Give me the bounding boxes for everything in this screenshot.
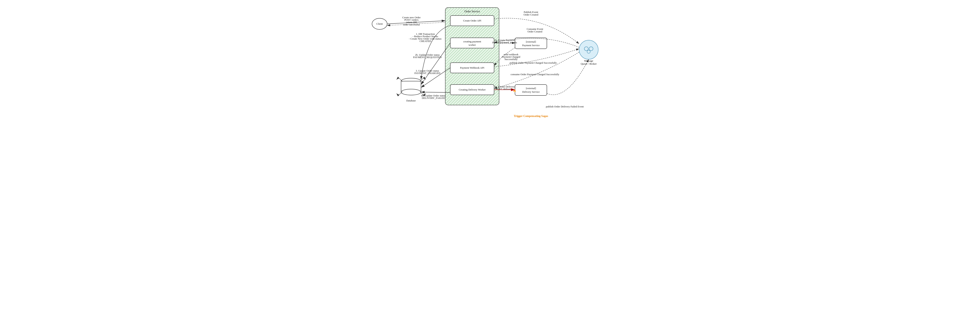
publish-event-label2: Order Created	[523, 13, 538, 16]
payment-webhook-label: Payment Webhook API	[460, 66, 484, 69]
payment-worker-label2: worker	[468, 43, 476, 46]
db-bottom	[401, 89, 421, 95]
database-label: Database	[406, 99, 416, 102]
update-payment-label2: PAYMENT_REQUESTED	[413, 56, 442, 59]
payment-service-box	[515, 38, 547, 49]
create-payment-label2: POST /payment_intents	[492, 41, 517, 44]
mq-label1: Message	[584, 59, 593, 62]
trigger-compensating-sagas-label: Trigger Compensating Sagas	[514, 115, 548, 117]
delivery-service-box	[515, 85, 547, 95]
order-service-title: Order Service	[464, 10, 480, 13]
create-delivery-label2: POST /deliveries	[496, 87, 514, 90]
create-order-api-label: Create Order API	[463, 19, 481, 22]
update-payment-charged-label2: PAYMENT_CHARGED	[414, 71, 440, 74]
payment-worker-box	[450, 38, 494, 48]
diagram-canvas: Order Service Create Order API creating …	[368, 4, 612, 123]
delivery-service-label1: [external]	[526, 87, 536, 90]
publish-delivery-label: publish Order Delivery Failed Event	[546, 105, 584, 108]
send-webhook-label3: Successfully	[504, 58, 518, 61]
payment-service-label2: Payment Service	[522, 44, 540, 47]
consume-payment-label: consume Order Payment Charged Successful…	[511, 73, 559, 76]
update-delivery-label2: DELIVERY_FAILED	[422, 96, 445, 100]
client-label: Client	[376, 22, 383, 25]
client-arrow-label4: order successful	[403, 23, 420, 26]
consume-event-label2: Order Created	[528, 30, 542, 33]
db-transaction-label4: CREATED	[419, 40, 431, 43]
publish-payment-label: .publish Order Payment Charged Successfu…	[509, 61, 557, 64]
payment-worker-label1: creating payment	[463, 40, 481, 43]
delivery-service-label2: Delivery Service	[522, 90, 540, 93]
fire-icon: 🔥	[513, 89, 516, 92]
message-queue-node	[579, 40, 598, 59]
payment-service-label1: [external]	[526, 40, 536, 43]
mq-label2: Queue / Broker	[581, 62, 597, 65]
delivery-worker-label: Creating Delivery Worker	[459, 88, 486, 91]
